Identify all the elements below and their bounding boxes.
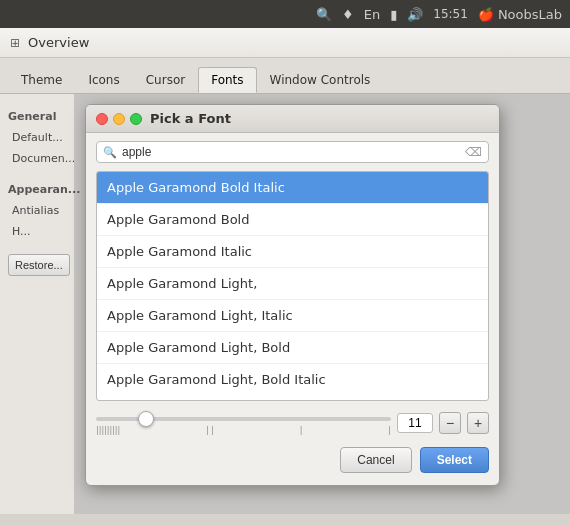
clock: 15:51 (433, 7, 468, 21)
dialog-title-bar: Pick a Font (86, 105, 499, 133)
search-clear-icon[interactable]: ⌫ (465, 145, 482, 159)
modal-overlay: Pick a Font 🔍 ⌫ Apple Garamond Bold Ital… (75, 94, 570, 514)
restore-button[interactable]: Restore... (8, 254, 70, 276)
font-item-5[interactable]: Apple Garamond Light, Bold (97, 332, 488, 364)
sidebar-item-document[interactable]: Documen... (0, 148, 74, 169)
main-content: General Default... Documen... Appearan..… (0, 94, 570, 514)
wifi-icon[interactable]: ♦ (342, 7, 354, 22)
font-dialog: Pick a Font 🔍 ⌫ Apple Garamond Bold Ital… (85, 104, 500, 486)
sidebar-item-antialias[interactable]: Antialias (0, 200, 74, 221)
search-box: 🔍 ⌫ (96, 141, 489, 163)
sidebar-item-h[interactable]: H... (0, 221, 74, 242)
size-decrease-button[interactable]: − (439, 412, 461, 434)
font-item-1[interactable]: Apple Garamond Bold (97, 204, 488, 236)
select-button[interactable]: Select (420, 447, 489, 473)
tab-icons[interactable]: Icons (75, 67, 132, 93)
app-window: ⊞ Overview Theme Icons Cursor Fonts Wind… (0, 28, 570, 514)
font-item-3[interactable]: Apple Garamond Light, (97, 268, 488, 300)
search-icon: 🔍 (103, 146, 117, 159)
slider-container: ||||||||| | | | | (96, 409, 391, 437)
traffic-lights (96, 113, 142, 125)
dialog-buttons: Cancel Select (96, 447, 489, 477)
system-tray: 🔍 ♦ En ▮ 🔊 15:51 🍎 NoobsLab (316, 7, 562, 22)
dialog-title: Pick a Font (150, 111, 231, 126)
sidebar: General Default... Documen... Appearan..… (0, 94, 75, 514)
minimize-button[interactable] (113, 113, 125, 125)
right-panel: Noobslab.com Pick a Font (75, 94, 570, 514)
sidebar-item-default[interactable]: Default... (0, 127, 74, 148)
size-controls: ||||||||| | | | | − + (96, 409, 489, 437)
maximize-button[interactable] (130, 113, 142, 125)
font-list[interactable]: Apple Garamond Bold Italic Apple Garamon… (96, 171, 489, 401)
sidebar-general-header: General (0, 104, 74, 127)
font-size-slider[interactable] (96, 417, 391, 421)
tab-theme[interactable]: Theme (8, 67, 75, 93)
font-search-input[interactable] (122, 145, 460, 159)
tab-bar: Theme Icons Cursor Fonts Window Controls (0, 58, 570, 94)
font-item-2[interactable]: Apple Garamond Italic (97, 236, 488, 268)
cancel-button[interactable]: Cancel (340, 447, 411, 473)
sidebar-appearance-header: Appearan... (0, 177, 74, 200)
tab-fonts[interactable]: Fonts (198, 67, 256, 93)
grid-icon: ⊞ (10, 36, 20, 50)
keyboard-icon[interactable]: En (364, 7, 380, 22)
app-title: Overview (28, 35, 89, 50)
close-button[interactable] (96, 113, 108, 125)
app-title-bar: ⊞ Overview (0, 28, 570, 58)
battery-icon[interactable]: ▮ (390, 7, 397, 22)
font-item-6[interactable]: Apple Garamond Light, Bold Italic (97, 364, 488, 395)
volume-icon[interactable]: 🔊 (407, 7, 423, 22)
top-bar: 🔍 ♦ En ▮ 🔊 15:51 🍎 NoobsLab (0, 0, 570, 28)
font-size-input[interactable] (397, 413, 433, 433)
font-item-4[interactable]: Apple Garamond Light, Italic (97, 300, 488, 332)
dialog-body: 🔍 ⌫ Apple Garamond Bold Italic Apple Gar… (86, 133, 499, 485)
search-tray-icon[interactable]: 🔍 (316, 7, 332, 22)
tab-cursor[interactable]: Cursor (133, 67, 198, 93)
tab-window-controls[interactable]: Window Controls (257, 67, 384, 93)
font-item-0[interactable]: Apple Garamond Bold Italic (97, 172, 488, 204)
size-increase-button[interactable]: + (467, 412, 489, 434)
apple-icon: 🍎 (478, 7, 494, 22)
distro-logo: 🍎 NoobsLab (478, 7, 562, 22)
